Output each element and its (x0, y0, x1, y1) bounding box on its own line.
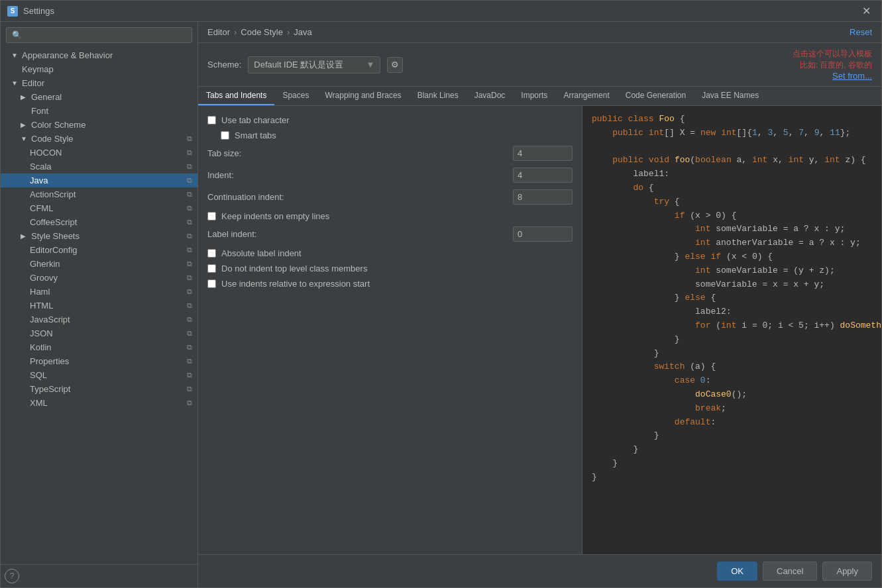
sidebar-item-gherkin[interactable]: Gherkin ⧉ (1, 257, 197, 271)
code-line-2: public int[] X = new int[]{1, 3, 5, 7, 9… (592, 126, 872, 140)
tab-tabs-and-indents[interactable]: Tabs and Indents (198, 87, 274, 105)
set-from-link[interactable]: Set from... (832, 71, 872, 81)
search-box[interactable]: 🔍 (6, 27, 192, 43)
sidebar-item-color-scheme[interactable]: ▶ Color Scheme (1, 118, 197, 132)
sidebar-item-javascript[interactable]: JavaScript ⧉ (1, 313, 197, 326)
gear-icon: ⚙ (391, 60, 399, 70)
tab-javadoc[interactable]: JavaDoc (467, 87, 514, 105)
code-line-17: } (592, 333, 872, 347)
sidebar-item-haml[interactable]: Haml ⧉ (1, 285, 197, 299)
code-line-23: default: (592, 416, 872, 430)
sidebar-item-label: Appearance & Behavior (22, 50, 113, 60)
label-indent-input[interactable]: 0 (513, 226, 573, 242)
tab-imports[interactable]: Imports (513, 87, 555, 105)
ok-button[interactable]: OK (717, 562, 757, 581)
sidebar-item-label: TypeScript (30, 384, 70, 394)
sidebar-item-label: CFML (30, 203, 53, 213)
tab-code-generation[interactable]: Code Generation (618, 87, 694, 105)
sidebar-item-editor[interactable]: ▼ Editor (1, 76, 197, 90)
continuation-indent-input[interactable]: 8 (513, 189, 573, 205)
tab-wrapping-and-braces[interactable]: Wrapping and Braces (317, 87, 409, 105)
tabs-bar: Tabs and Indents Spaces Wrapping and Bra… (198, 87, 881, 106)
sidebar-item-appearance[interactable]: ▼ Appearance & Behavior (1, 48, 197, 62)
copy-icon: ⧉ (187, 287, 192, 296)
use-indents-relative-checkbox[interactable] (207, 279, 216, 288)
absolute-label-indent-checkbox[interactable] (207, 249, 216, 258)
keep-indents-checkbox[interactable] (207, 212, 216, 220)
close-button[interactable]: ✕ (858, 3, 875, 19)
sidebar-item-label: Scala (30, 162, 52, 172)
sidebar-item-properties[interactable]: Properties ⧉ (1, 354, 197, 368)
sidebar-item-editorconfig[interactable]: EditorConfig ⧉ (1, 243, 197, 257)
sidebar-item-hocon[interactable]: HOCON ⧉ (1, 146, 197, 160)
settings-pane: Use tab character Smart tabs Tab size: 4… (198, 106, 582, 554)
use-tab-character-row: Use tab character (207, 115, 573, 125)
copy-icon: ⧉ (187, 176, 192, 185)
tab-size-label: Tab size: (207, 148, 513, 158)
sidebar-item-label: SQL (30, 370, 47, 380)
cancel-button[interactable]: Cancel (763, 562, 817, 581)
copy-icon: ⧉ (187, 301, 192, 310)
sidebar-item-kotlin[interactable]: Kotlin ⧉ (1, 340, 197, 354)
sidebar-item-sql[interactable]: SQL ⧉ (1, 368, 197, 382)
apply-button[interactable]: Apply (822, 562, 872, 581)
use-indents-relative-label: Use indents relative to expression start (221, 279, 370, 289)
code-line-18: } (592, 347, 872, 361)
settings-window: S Settings ✕ 🔍 ▼ Appearance & Behavior K… (0, 0, 882, 588)
keep-indents-row: Keep indents on empty lines (207, 211, 573, 221)
code-line-11: } else if (x < 0) { (592, 250, 872, 264)
sidebar-item-stylesheets[interactable]: ▶ Style Sheets ⧉ (1, 229, 197, 243)
scheme-dropdown[interactable]: Default IDE 默认是设置 ▼ (248, 56, 380, 74)
sidebar-item-label: Haml (30, 287, 50, 297)
sidebar-item-general[interactable]: ▶ General (1, 90, 197, 104)
tab-spaces[interactable]: Spaces (274, 87, 317, 105)
sidebar-item-coffeescript[interactable]: CoffeeScript ⧉ (1, 215, 197, 229)
breadcrumb-code-style: Code Style (241, 27, 283, 37)
expand-arrow-icon: ▶ (21, 121, 28, 128)
sidebar-item-font[interactable]: Font (1, 104, 197, 118)
sidebar-item-actionscript[interactable]: ActionScript ⧉ (1, 187, 197, 201)
sidebar-item-label: Kotlin (30, 342, 52, 352)
sidebar-item-cfml[interactable]: CFML ⧉ (1, 201, 197, 215)
sidebar-item-label: Style Sheets (31, 231, 80, 241)
breadcrumb-sep-1: › (234, 27, 237, 37)
sidebar: 🔍 ▼ Appearance & Behavior Keymap ▼ Edito… (1, 22, 198, 587)
sidebar-item-groovy[interactable]: Groovy ⧉ (1, 271, 197, 285)
use-tab-character-checkbox[interactable] (207, 116, 216, 124)
reset-link[interactable]: Reset (850, 27, 872, 37)
code-line-6: do { (592, 181, 872, 195)
sidebar-bottom: ? (1, 564, 197, 587)
tab-arrangement[interactable]: Arrangement (555, 87, 617, 105)
sidebar-item-xml[interactable]: XML ⧉ (1, 396, 197, 410)
sidebar-item-label: Code Style (31, 134, 74, 144)
sidebar-item-keymap[interactable]: Keymap (1, 62, 197, 76)
smart-tabs-row: Smart tabs (207, 130, 573, 140)
sidebar-item-label: EditorConfig (30, 245, 78, 255)
smart-tabs-label: Smart tabs (235, 130, 276, 140)
sidebar-item-label: JavaScript (30, 315, 70, 324)
smart-tabs-checkbox[interactable] (221, 131, 229, 140)
sidebar-item-scala[interactable]: Scala ⧉ (1, 160, 197, 173)
copy-icon: ⧉ (187, 218, 192, 226)
code-line-20: case 0: (592, 374, 872, 388)
sidebar-item-java[interactable]: Java ⧉ (1, 173, 197, 187)
sidebar-item-json[interactable]: JSON ⧉ (1, 326, 197, 340)
sidebar-item-label: Keymap (22, 64, 54, 74)
tab-java-ee-names[interactable]: Java EE Names (694, 87, 767, 105)
copy-icon: ⧉ (187, 343, 192, 352)
sidebar-item-code-style[interactable]: ▼ Code Style ⧉ (1, 132, 197, 146)
help-button[interactable]: ? (5, 569, 19, 583)
search-input[interactable] (26, 30, 186, 40)
scheme-label: Scheme: (207, 60, 241, 70)
tab-blank-lines[interactable]: Blank Lines (410, 87, 467, 105)
tab-size-input[interactable]: 4 (513, 146, 573, 161)
do-not-indent-checkbox[interactable] (207, 264, 216, 273)
sidebar-item-html[interactable]: HTML ⧉ (1, 299, 197, 313)
sidebar-item-label: Properties (30, 356, 69, 366)
sidebar-item-typescript[interactable]: TypeScript ⧉ (1, 382, 197, 396)
scheme-gear-button[interactable]: ⚙ (387, 57, 403, 73)
breadcrumb-editor: Editor (207, 27, 230, 37)
sidebar-item-label: HOCON (30, 148, 62, 158)
indent-input[interactable]: 4 (513, 168, 573, 183)
hint-line2: 比如: 百度的, 谷歌的 (793, 60, 872, 71)
